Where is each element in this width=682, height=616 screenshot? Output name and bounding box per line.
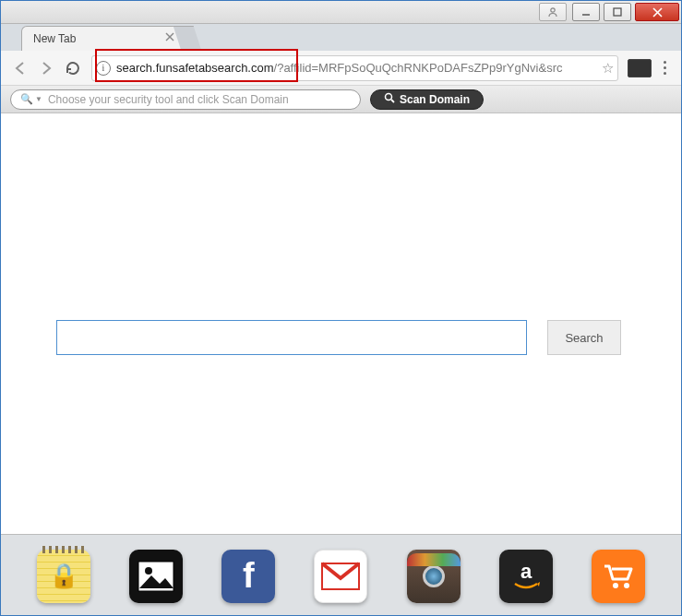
extension-icon[interactable] [628, 59, 652, 77]
dock-amazon[interactable]: a [499, 550, 553, 603]
svg-text:a: a [520, 560, 532, 583]
instagram-stripe [407, 553, 461, 566]
gallery-icon [138, 561, 174, 592]
window-titlebar [1, 1, 681, 24]
scan-domain-button[interactable]: Scan Domain [370, 89, 484, 110]
tab-title: New Tab [33, 32, 76, 45]
scan-button-label: Scan Domain [400, 93, 470, 106]
lock-icon: 🔒 [49, 562, 78, 590]
svg-point-14 [624, 583, 629, 588]
dock-instagram[interactable] [407, 550, 461, 603]
main-search-button[interactable]: Search [547, 320, 621, 355]
close-button[interactable] [635, 3, 679, 21]
dock-facebook[interactable]: f [221, 550, 275, 603]
svg-point-0 [551, 8, 555, 12]
forward-button[interactable] [34, 56, 58, 80]
address-host: search.funsafetabsearch.com [116, 61, 274, 75]
svg-line-8 [391, 100, 394, 102]
menu-kebab-icon[interactable] [655, 61, 674, 75]
dock-shopping[interactable] [592, 550, 645, 603]
dock-gmail[interactable] [314, 550, 367, 603]
dock-gallery[interactable] [129, 550, 183, 603]
scan-domain-input[interactable]: 🔍 ▼ Choose your security tool and click … [10, 89, 361, 110]
search-icon: 🔍 [20, 93, 33, 105]
svg-point-13 [613, 583, 618, 588]
search-icon [384, 92, 395, 106]
instagram-lens-icon [423, 565, 445, 587]
gmail-icon [320, 562, 361, 591]
site-info-icon[interactable]: i [96, 61, 111, 76]
minimize-button[interactable] [572, 3, 600, 21]
maximize-button[interactable] [604, 3, 631, 21]
reload-button[interactable] [60, 56, 84, 80]
cart-icon [601, 561, 636, 592]
amazon-icon: a [508, 558, 544, 595]
back-button[interactable] [8, 56, 32, 80]
scan-toolbar: 🔍 ▼ Choose your security tool and click … [1, 86, 681, 113]
page-content: Search 🔒 f a [1, 113, 681, 616]
bookmark-star-icon[interactable]: ☆ [602, 60, 614, 77]
scan-placeholder: Choose your security tool and click Scan… [48, 93, 289, 106]
user-icon[interactable] [539, 3, 567, 21]
dropdown-caret-icon[interactable]: ▼ [35, 95, 42, 103]
tab-strip: New Tab [1, 24, 681, 51]
facebook-icon: f [243, 556, 255, 596]
svg-point-10 [145, 567, 152, 575]
address-path: /?affilid=MRFpSoQuQchRNKPoDAFsZPp9rYgNvi… [274, 61, 563, 75]
navigation-bar: i search.funsafetabsearch.com/?affilid=M… [1, 51, 681, 86]
dock: 🔒 f a [1, 534, 681, 616]
tab-new-tab[interactable]: New Tab [21, 26, 183, 51]
address-bar[interactable]: i search.funsafetabsearch.com/?affilid=M… [91, 55, 618, 81]
tab-close-icon[interactable] [165, 31, 174, 44]
svg-point-7 [386, 94, 392, 101]
svg-rect-2 [614, 8, 621, 16]
main-search-input[interactable] [56, 320, 527, 355]
dock-secure-notes[interactable]: 🔒 [37, 550, 90, 603]
